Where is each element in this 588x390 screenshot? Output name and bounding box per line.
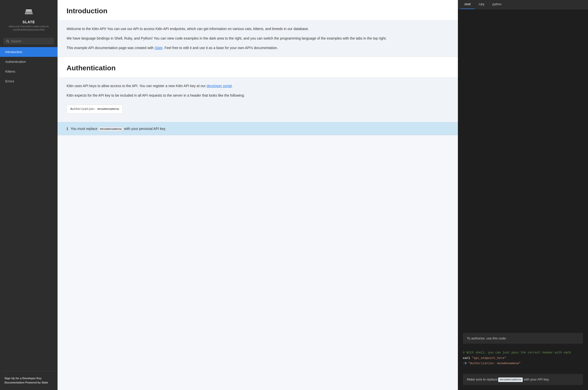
sidebar: SLATE REPLACE THIS WITH YOUR LOGO IN SOU… bbox=[0, 0, 58, 390]
curl-line-1: curl "api_endpoint_here" bbox=[463, 356, 583, 361]
tab-shell[interactable]: shell bbox=[460, 0, 475, 9]
intro-paragraph-1: Welcome to the Kittn API! You can use ou… bbox=[67, 26, 449, 32]
curl-line-2: -H "Authorization: meowmeowmeow" bbox=[463, 361, 583, 366]
auth-paragraph-1: Kittn uses API keys to allow access to t… bbox=[67, 83, 449, 89]
logo-subtitle: REPLACE THIS WITH YOUR LOGO IN SOURCE/IM… bbox=[4, 25, 54, 31]
authentication-title: Authentication bbox=[67, 64, 449, 72]
curl-url: "api_endpoint_here" bbox=[472, 356, 506, 360]
auth-code-block: Authorization: meowmeowmeow bbox=[67, 105, 123, 114]
authentication-body: Kittn uses API keys to allow access to t… bbox=[58, 77, 458, 122]
auth-notice-box: ℹ You must replace meowmeowmeow with you… bbox=[58, 122, 458, 135]
introduction-code-area bbox=[458, 9, 588, 328]
notice-info-icon: ℹ bbox=[67, 126, 68, 131]
sidebar-item-kittens[interactable]: Kittens bbox=[0, 67, 58, 76]
introduction-section: Introduction Welcome to the Kittn API! Y… bbox=[58, 0, 458, 57]
curl-flag: -H bbox=[463, 362, 466, 365]
authentication-header: Authentication bbox=[58, 57, 458, 77]
svg-rect-2 bbox=[26, 10, 32, 11]
authentication-section: Authentication Kittn uses API keys to al… bbox=[58, 57, 458, 135]
slate-logo-icon bbox=[23, 6, 35, 18]
auth-paragraph-2: Kittn expects for the API key to be incl… bbox=[67, 93, 449, 99]
notice-code: meowmeowmeow bbox=[99, 127, 123, 131]
app-layout: SLATE REPLACE THIS WITH YOUR LOGO IN SOU… bbox=[0, 0, 588, 390]
authentication-code-section: To authorize, use this code: # With shel… bbox=[458, 328, 588, 390]
doc-content: Introduction Welcome to the Kittn API! Y… bbox=[58, 0, 458, 390]
sidebar-footer: Sign Up for a Developer Key Documentatio… bbox=[0, 374, 58, 390]
sidebar-item-introduction[interactable]: Introduction bbox=[0, 47, 58, 57]
auth-note-box: Make sure to replace meowmeowmeow with y… bbox=[463, 374, 583, 385]
svg-line-4 bbox=[8, 42, 9, 43]
intro-paragraph-3: This example API documentation page was … bbox=[67, 45, 449, 51]
lang-tabs: shell ruby python bbox=[458, 0, 588, 9]
developer-portal-link[interactable]: developer portal bbox=[207, 84, 232, 88]
logo-area: SLATE REPLACE THIS WITH YOUR LOGO IN SOU… bbox=[0, 0, 58, 35]
svg-rect-0 bbox=[25, 13, 33, 14]
sidebar-item-authentication[interactable]: Authentication bbox=[0, 57, 58, 67]
tab-ruby[interactable]: ruby bbox=[475, 0, 488, 9]
code-panel: shell ruby python To authorize, use this… bbox=[458, 0, 588, 390]
search-input[interactable] bbox=[11, 39, 52, 43]
introduction-body: Welcome to the Kittn API! You can use ou… bbox=[58, 20, 458, 57]
sidebar-divider bbox=[4, 371, 54, 371]
curl-header: "Authorization: meowmeowmeow" bbox=[468, 362, 521, 365]
nav-menu: Introduction Authentication Kittens Erro… bbox=[0, 47, 58, 368]
curl-command: curl bbox=[463, 356, 470, 360]
shell-code-block: # With shell, you can just pass the corr… bbox=[463, 348, 583, 369]
introduction-title: Introduction bbox=[67, 7, 449, 15]
svg-rect-1 bbox=[25, 11, 32, 13]
notice-text: You must replace meowmeowmeow with your … bbox=[71, 127, 166, 131]
tab-python[interactable]: python bbox=[488, 0, 505, 9]
shell-comment: # With shell, you can just pass the corr… bbox=[463, 350, 583, 356]
sidebar-item-errors[interactable]: Errors bbox=[0, 76, 58, 86]
logo-title: SLATE bbox=[23, 20, 35, 24]
search-icon bbox=[6, 40, 10, 43]
note-code: meowmeowmeow bbox=[498, 377, 523, 382]
main-area: Introduction Welcome to the Kittn API! Y… bbox=[58, 0, 588, 390]
slate-link[interactable]: Slate bbox=[155, 46, 163, 50]
search-wrapper bbox=[4, 38, 54, 45]
intro-paragraph-2: We have language bindings in Shell, Ruby… bbox=[67, 36, 449, 42]
authorize-comment-box: To authorize, use this code: bbox=[463, 333, 583, 344]
sidebar-footer-link[interactable]: Sign Up for a Developer Key Documentatio… bbox=[5, 376, 53, 385]
introduction-header: Introduction bbox=[58, 0, 458, 20]
search-area bbox=[0, 35, 58, 47]
